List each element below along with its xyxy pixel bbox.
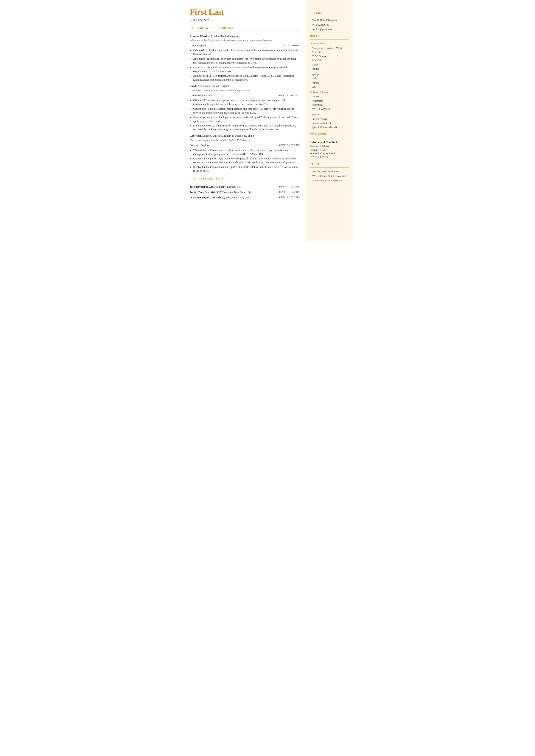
skill-python: Python	[309, 81, 349, 85]
job-3-row: Software Engineer 06/2018 – 03/2019	[190, 143, 299, 147]
right-column: CONTACT Cardiff, United Kingdom +44 0 12…	[306, 0, 353, 241]
job-1-dates: 11/2021 – Present	[280, 44, 299, 47]
skill-jenkins: Jenkins	[309, 67, 349, 71]
prev-job-3-dates: 07/2014 – 05/2015	[279, 195, 299, 200]
name: First Last	[190, 8, 299, 17]
programming-languages-list: Bash Python SQL	[309, 77, 349, 89]
education-university: University of New York	[309, 140, 349, 144]
contact-title: CONTACT	[309, 11, 349, 15]
prev-job-1-title-bold: Java Developer,	[190, 185, 209, 188]
technical-skills-list: Amazon Web Services (AWS) Azure SQL BLOB…	[309, 46, 349, 71]
skill-kubernetes: Kubernetes	[309, 99, 349, 103]
education-dates: 10/2011 - 06/2014	[309, 155, 349, 159]
job-3-dates: 06/2018 – 03/2019	[279, 143, 299, 147]
other-section: OTHER Certified Cloud Practitioner. AWS …	[309, 162, 349, 183]
job-3-company-bold: Growthsi,	[190, 134, 202, 137]
prev-job-2-dates: 06/2015 – 07/2017	[279, 190, 299, 194]
job-2-company-rest: London, United Kingdom	[201, 84, 230, 87]
job-3-company-header: Growthsi, London, United Kingdom & Barce…	[190, 133, 299, 138]
skill-english: English (Native)	[309, 117, 349, 121]
job-1-row: Cloud Engineer 11/2021 – Present	[190, 43, 299, 47]
education-title: EDUCATION	[309, 132, 349, 136]
job-2-title: Cloud Administrator	[190, 93, 213, 98]
job-1-bullets: Delivered 15 cloud architectural solutio…	[193, 48, 299, 82]
contact-phone: +44 0 123456789	[309, 23, 349, 27]
other-item-3: Azure Administrator Associate.	[309, 179, 349, 183]
job-3-bullet-3: Involved in the improvement and update o…	[193, 165, 299, 173]
skill-gradle: Gradle	[309, 63, 349, 67]
other-list: Certified Cloud Practitioner. AWS Soluti…	[309, 170, 349, 183]
contact-list: Cardiff, United Kingdom +44 0 123456789 …	[309, 18, 349, 31]
job-1-company-bold: Resume Worded,	[190, 35, 210, 38]
job-1-company-header: Resume Worded, London, United Kingdom	[190, 34, 299, 38]
prev-job-3-title-bold: .NET Developer (Internship),	[190, 196, 225, 199]
job-2-dates: 04/2019 – 10/2021	[279, 94, 299, 98]
resume-page: First Last Cloud Engineer RELEVANT WORK …	[182, 0, 353, 241]
programming-languages-label: Languages:	[309, 73, 349, 76]
tools-list: Docker Kubernetes Prometheus AWS Cloud W…	[309, 95, 349, 111]
job-2-company-bold: Polyhire,	[190, 84, 201, 87]
other-item-2: AWS Solutions Architect Associate.	[309, 174, 349, 178]
contact-section: CONTACT Cardiff, United Kingdom +44 0 12…	[309, 11, 349, 31]
job-3-bullet-1: Worked with a 10-member cross-functional…	[193, 148, 299, 156]
skill-aws: Amazon Web Services (AWS)	[309, 46, 349, 50]
education-field: Computer Science	[309, 148, 349, 152]
skill-bash: Bash	[309, 77, 349, 80]
prev-job-1-title-rest: ABC Company, London, UK	[209, 185, 240, 188]
prev-job-1-left: Java Developer, ABC Company, London, UK	[190, 185, 279, 189]
technical-skills-label: Technical Skills:	[309, 42, 349, 45]
spoken-languages-list: English (Native) Romanian (Native) Spani…	[309, 117, 349, 129]
education-location: New York City, New York	[309, 152, 349, 155]
previous-experience-section: PREVIOUS EXPERIENCE Java Developer, ABC …	[190, 177, 299, 199]
job-1-title: Cloud Engineer	[190, 43, 208, 47]
other-item-1: Certified Cloud Practitioner.	[309, 170, 349, 173]
job-3-description: Career training and membership SaaS with…	[190, 138, 299, 142]
job-3-title: Software Engineer	[190, 143, 211, 147]
tools-label: Tools and Software:	[309, 91, 349, 94]
skill-blob: BLOB Storage	[309, 54, 349, 58]
prev-job-1-dates: 08/2017 – 05/2018	[279, 185, 299, 189]
skill-prometheus: Prometheus	[309, 103, 349, 107]
job-3-bullet-2: Created an integration layer that allows…	[193, 157, 299, 164]
prev-job-3-title-rest: ABC, New York, USA	[225, 196, 250, 199]
job-1-bullet-2: Automated log shipping (poor-man data gu…	[193, 57, 299, 65]
job-2-bullet-1: Offered 200 customers and partners acces…	[193, 98, 299, 106]
left-column: First Last Cloud Engineer RELEVANT WORK …	[182, 0, 306, 241]
skills-title: SKILLS	[309, 35, 349, 38]
skills-section: SKILLS Technical Skills: Amazon Web Serv…	[309, 35, 349, 129]
prev-job-2: Junior Data Scientist, XYZ Company, New …	[190, 190, 299, 194]
other-divider	[309, 167, 349, 168]
relevant-experience-section: RELEVANT WORK EXPERIENCE Resume Worded, …	[190, 26, 299, 173]
skill-azure-sql: Azure SQL	[309, 50, 349, 54]
prev-job-3-left: .NET Developer (Internship), ABC, New Yo…	[190, 195, 279, 200]
job-2-bullet-3: Slashed spending on technology infrastru…	[193, 115, 299, 123]
skill-docker: Docker	[309, 95, 349, 99]
education-section: EDUCATION University of New York Bachelo…	[309, 132, 349, 159]
skill-sql: SQL	[309, 85, 349, 89]
job-3-company-rest: London, United Kingdom & Barcelona, Spai…	[202, 134, 254, 137]
prev-job-2-left: Junior Data Scientist, XYZ Company, New …	[190, 190, 279, 194]
contact-divider	[309, 16, 349, 16]
job-title: Cloud Engineer	[190, 18, 299, 22]
previous-experience-title: PREVIOUS EXPERIENCE	[190, 177, 299, 181]
other-title: OTHER	[309, 162, 349, 166]
skill-romanian: Romanian (Native)	[309, 121, 349, 125]
job-1-company-rest: London, United Kingdom	[211, 35, 240, 38]
prev-job-3: .NET Developer (Internship), ABC, New Yo…	[190, 195, 299, 200]
job-2-bullet-4: Maintained 60% peak optimization by perf…	[193, 124, 299, 131]
job-2-company-header: Polyhire, London, United Kingdom	[190, 84, 299, 88]
job-1-bullet-4: Administered 51 AWS infrastructures such…	[193, 74, 299, 82]
spoken-languages-label: Languages:	[309, 113, 349, 116]
job-1-description: Education technology startup with 50+ em…	[190, 39, 299, 43]
education-degree: Bachelor of Science	[309, 145, 349, 148]
job-2-row: Cloud Administrator 04/2019 – 10/2021	[190, 93, 299, 98]
contact-email: first.last@gmail.com	[309, 27, 349, 31]
skill-azure-vm: Azure VM	[309, 59, 349, 62]
job-2-description: NYSE-listed recruitment and employer bra…	[190, 89, 299, 92]
prev-job-2-title-rest: XYZ Company, New York, USA	[216, 191, 252, 194]
skill-cloudwatch: AWS Cloud Watch	[309, 107, 349, 111]
contact-address: Cardiff, United Kingdom	[309, 18, 349, 22]
job-1-bullet-1: Delivered 15 cloud architectural solutio…	[193, 48, 299, 56]
skill-spanish: Spanish (Conversational)	[309, 125, 349, 129]
relevant-experience-title: RELEVANT WORK EXPERIENCE	[190, 26, 299, 30]
